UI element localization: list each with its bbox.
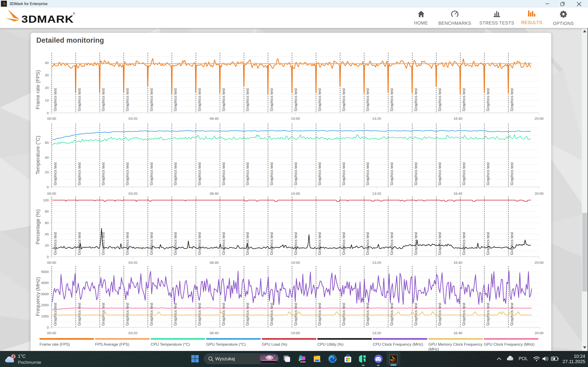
svg-text:M365: M365 xyxy=(300,361,306,363)
svg-text:3DMARK: 3DMARK xyxy=(21,14,74,25)
svg-text:3: 3 xyxy=(12,355,15,359)
svg-text:®: ® xyxy=(73,12,75,15)
